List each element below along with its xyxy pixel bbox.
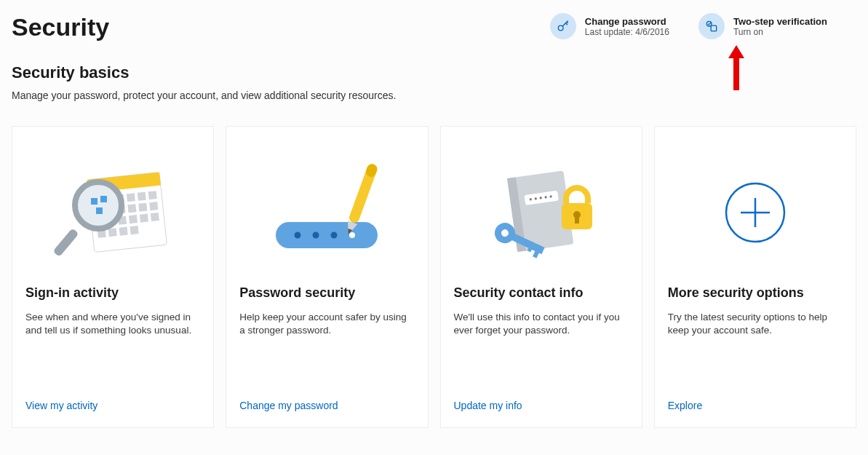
svg-rect-33 — [276, 222, 378, 248]
explore-link[interactable]: Explore — [668, 400, 702, 411]
card-contact-title: Security contact info — [454, 285, 629, 301]
svg-rect-23 — [151, 213, 159, 221]
calendar-magnifier-icon — [25, 140, 200, 285]
svg-rect-30 — [100, 196, 107, 202]
two-step-action[interactable]: Two-step verification Turn on — [698, 13, 827, 39]
card-password-desc: Help keep your account safer by using a … — [239, 311, 414, 337]
plus-circle-icon — [668, 140, 843, 285]
svg-rect-2 — [711, 25, 717, 31]
card-signin-activity: Sign-in activity See when and where you'… — [12, 126, 214, 428]
change-password-title: Change password — [585, 16, 669, 27]
card-signin-title: Sign-in activity — [25, 285, 200, 301]
svg-rect-17 — [149, 202, 158, 210]
quick-actions: Change password Last update: 4/6/2016 Tw… — [550, 13, 827, 39]
card-more-options: More security options Try the latest sec… — [654, 126, 856, 428]
svg-rect-25 — [108, 228, 117, 237]
page-title: Security — [12, 13, 550, 41]
svg-rect-9 — [127, 193, 135, 202]
check-shield-icon — [698, 13, 725, 39]
change-password-link[interactable]: Change my password — [239, 400, 338, 411]
svg-rect-52 — [575, 216, 579, 223]
svg-rect-29 — [91, 198, 97, 205]
card-contact-desc: We'll use this info to contact you if yo… — [454, 311, 629, 337]
key-icon — [550, 13, 576, 39]
change-password-sub: Last update: 4/6/2016 — [585, 27, 669, 37]
svg-point-35 — [313, 232, 319, 239]
svg-rect-22 — [140, 214, 148, 223]
svg-rect-32 — [53, 228, 79, 257]
svg-rect-31 — [96, 207, 103, 214]
card-password-title: Password security — [239, 285, 414, 301]
svg-rect-27 — [130, 226, 139, 234]
card-more-desc: Try the latest security options to help … — [668, 311, 843, 337]
card-signin-desc: See when and where you've signed in and … — [25, 311, 200, 337]
two-step-title: Two-step verification — [733, 16, 827, 27]
notebook-lock-key-icon — [454, 140, 629, 285]
password-field-pen-icon — [239, 140, 414, 285]
svg-point-37 — [349, 232, 355, 238]
card-more-title: More security options — [668, 285, 843, 301]
svg-rect-10 — [138, 192, 146, 201]
view-activity-link[interactable]: View my activity — [25, 400, 97, 411]
svg-rect-26 — [119, 227, 128, 236]
svg-rect-11 — [148, 191, 157, 199]
annotation-arrow-icon — [726, 45, 746, 93]
svg-point-0 — [558, 25, 563, 31]
svg-point-34 — [295, 232, 301, 239]
svg-rect-15 — [128, 204, 137, 213]
card-contact-info: Security contact info We'll use this inf… — [440, 126, 642, 428]
svg-rect-21 — [129, 215, 138, 223]
svg-point-28 — [75, 182, 122, 229]
change-password-action[interactable]: Change password Last update: 4/6/2016 — [550, 13, 669, 39]
card-password-security: Password security Help keep your account… — [226, 126, 428, 428]
update-info-link[interactable]: Update my info — [454, 400, 522, 411]
two-step-sub: Turn on — [733, 27, 827, 37]
svg-point-36 — [331, 232, 338, 239]
svg-rect-16 — [138, 203, 147, 212]
svg-marker-3 — [728, 45, 744, 90]
